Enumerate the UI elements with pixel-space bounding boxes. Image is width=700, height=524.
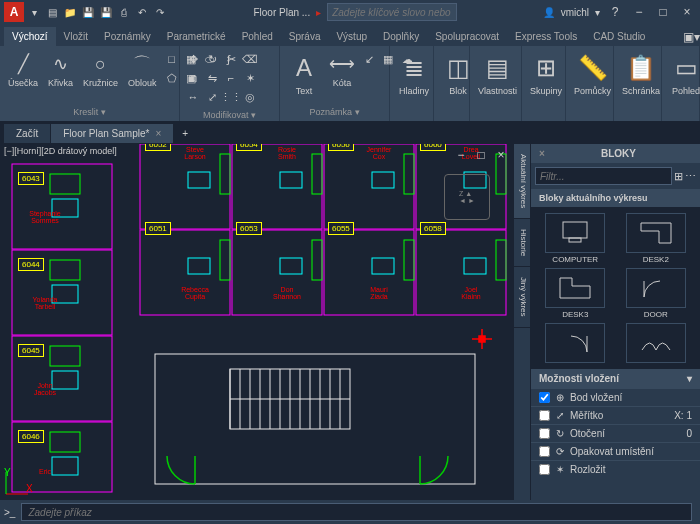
qat-undo-icon[interactable]: ↶ bbox=[134, 4, 150, 20]
viewcube[interactable]: Z ▲◄ ► bbox=[444, 174, 490, 220]
tool-usecka[interactable]: ╱Úsečka bbox=[4, 50, 42, 90]
app-logo[interactable]: A bbox=[4, 2, 24, 22]
opt-bod-vlozeni[interactable]: ⊕Bod vložení bbox=[531, 388, 700, 406]
opt-opakovat[interactable]: ⟳Opakovat umístění bbox=[531, 442, 700, 460]
copy-icon[interactable]: ⧉ bbox=[184, 69, 202, 87]
minimize-button[interactable]: − bbox=[630, 3, 648, 21]
ribbon-tab-express[interactable]: Express Tools bbox=[507, 27, 585, 46]
user-dropdown-icon[interactable]: ▾ bbox=[595, 7, 600, 18]
tool-label: Text bbox=[296, 86, 313, 96]
qat-menu-icon[interactable]: ▾ bbox=[26, 4, 42, 20]
block-item-desk2[interactable]: DESK2 bbox=[618, 213, 695, 264]
blocks-options-header[interactable]: Možnosti vložení ▾ bbox=[531, 369, 700, 388]
file-tab-floorplan[interactable]: Floor Plan Sample*× bbox=[51, 124, 174, 143]
qat-redo-icon[interactable]: ↷ bbox=[152, 4, 168, 20]
ribbon-tab-spolupracovat[interactable]: Spolupracovat bbox=[427, 27, 507, 46]
erase-icon[interactable]: ⌫ bbox=[241, 50, 259, 68]
move-icon[interactable]: ✥ bbox=[184, 50, 202, 68]
explode-icon[interactable]: ✶ bbox=[241, 69, 259, 87]
opt-checkbox[interactable] bbox=[539, 446, 550, 457]
qat-new-icon[interactable]: ▤ bbox=[44, 4, 60, 20]
modify-tools: ✥ ↻ ✂ ⌫ ⧉ ⇋ ⌐ ✶ ↔ ⤢ ⋮⋮ ◎ bbox=[184, 50, 259, 106]
ucs-icon[interactable]: XY bbox=[2, 468, 32, 498]
opt-checkbox[interactable] bbox=[539, 464, 550, 475]
qat-save-icon[interactable]: 💾 bbox=[80, 4, 96, 20]
tool-label: Kóta bbox=[333, 78, 352, 88]
tool-pohled[interactable]: ▭Pohled bbox=[666, 50, 700, 98]
help-icon[interactable]: ? bbox=[606, 3, 624, 21]
vtab-history[interactable]: Historie bbox=[514, 219, 530, 267]
fillet-icon[interactable]: ⌐ bbox=[222, 69, 240, 87]
panel-title-modifikovat[interactable]: Modifikovat ▾ bbox=[182, 108, 277, 122]
ribbon-tab-vystup[interactable]: Výstup bbox=[328, 27, 375, 46]
svg-rect-14 bbox=[50, 346, 80, 366]
panel-title-poznamka[interactable]: Poznámka ▾ bbox=[282, 105, 387, 119]
close-icon[interactable]: × bbox=[155, 128, 161, 139]
block-item-6[interactable] bbox=[618, 323, 695, 363]
person-name: MauriZiada bbox=[354, 286, 404, 300]
viewport-close-icon[interactable]: × bbox=[492, 146, 510, 164]
tool-kota[interactable]: ⟷Kóta bbox=[326, 50, 358, 90]
scale-icon[interactable]: ⤢ bbox=[203, 88, 221, 106]
mirror-icon[interactable]: ⇋ bbox=[203, 69, 221, 87]
opt-meritko[interactable]: ⤢MěřítkoX: 1 bbox=[531, 406, 700, 424]
offset-icon[interactable]: ◎ bbox=[241, 88, 259, 106]
tool-hladiny[interactable]: ≣Hladiny bbox=[394, 50, 434, 98]
viewport-max-icon[interactable]: □ bbox=[472, 146, 490, 164]
qat-print-icon[interactable]: ⎙ bbox=[116, 4, 132, 20]
block-item-desk3[interactable]: DESK3 bbox=[537, 268, 614, 319]
opt-otoceni[interactable]: ↻Otočení0 bbox=[531, 424, 700, 442]
file-tab-start[interactable]: Začít bbox=[4, 124, 51, 143]
ribbon-tab-parametricke[interactable]: Parametrické bbox=[159, 27, 234, 46]
ribbon-tab-pohled[interactable]: Pohled bbox=[234, 27, 281, 46]
qat-saveas-icon[interactable]: 💾 bbox=[98, 4, 114, 20]
blocks-filter-input[interactable] bbox=[535, 167, 672, 185]
file-tab-new[interactable]: + bbox=[174, 124, 197, 143]
array-icon[interactable]: ⋮⋮ bbox=[222, 88, 240, 106]
ribbon-tab-doplnky[interactable]: Doplňky bbox=[375, 27, 427, 46]
tool-text[interactable]: AText bbox=[284, 50, 324, 98]
rect-icon[interactable]: □ bbox=[163, 50, 181, 68]
tool-skupiny[interactable]: ⊞Skupiny bbox=[526, 50, 566, 98]
vtab-current[interactable]: Aktuální výkres bbox=[514, 144, 530, 219]
ribbon-tab-sprava[interactable]: Správa bbox=[281, 27, 329, 46]
blocks-view-icon[interactable]: ⊞ bbox=[674, 167, 683, 185]
tool-kruznice[interactable]: ○Kružnice bbox=[79, 50, 122, 90]
maximize-button[interactable]: □ bbox=[654, 3, 672, 21]
polygon-icon[interactable]: ⬠ bbox=[163, 69, 181, 87]
panel-title-kreslit[interactable]: Kreslit ▾ bbox=[2, 105, 177, 119]
opt-checkbox[interactable] bbox=[539, 410, 550, 421]
trim-icon[interactable]: ✂ bbox=[222, 50, 240, 68]
opt-rozlozit[interactable]: ✶Rozložit bbox=[531, 460, 700, 478]
blocks-menu-icon[interactable]: ⋯ bbox=[685, 167, 696, 185]
vtab-other[interactable]: Jiný výkres bbox=[514, 267, 530, 328]
stretch-icon[interactable]: ↔ bbox=[184, 88, 202, 106]
ribbon-tab-poznamky[interactable]: Poznámky bbox=[96, 27, 159, 46]
tool-vlastnosti[interactable]: ▤Vlastnosti bbox=[474, 50, 521, 98]
ribbon-tab-vychozi[interactable]: Výchozí bbox=[4, 27, 56, 46]
tool-krivka[interactable]: ∿Křivka bbox=[44, 50, 77, 90]
room-tag: 6055 bbox=[328, 222, 354, 235]
search-input[interactable] bbox=[327, 3, 457, 21]
close-button[interactable]: × bbox=[678, 3, 696, 21]
ribbon-tab-vlozit[interactable]: Vložit bbox=[56, 27, 96, 46]
opt-checkbox[interactable] bbox=[539, 428, 550, 439]
block-item-computer[interactable]: COMPUTER bbox=[537, 213, 614, 264]
drawing-area[interactable]: [−][Horní][2D drátový model] bbox=[0, 144, 514, 500]
svg-rect-17 bbox=[312, 154, 322, 194]
tool-oblouk[interactable]: ⌒Oblouk bbox=[124, 50, 161, 90]
qat-open-icon[interactable]: 📁 bbox=[62, 4, 78, 20]
ribbon-tab-cadstudio[interactable]: CAD Studio bbox=[585, 27, 653, 46]
user-name[interactable]: vmichl bbox=[561, 7, 589, 18]
block-item-5[interactable] bbox=[537, 323, 614, 363]
signin-icon[interactable]: 👤 bbox=[543, 7, 555, 18]
tool-schranka[interactable]: 📋Schránka bbox=[618, 50, 664, 98]
block-item-door[interactable]: DOOR bbox=[618, 268, 695, 319]
command-input[interactable] bbox=[21, 503, 692, 521]
opt-checkbox[interactable] bbox=[539, 392, 550, 403]
rotate-icon[interactable]: ↻ bbox=[203, 50, 221, 68]
ribbon-options-icon[interactable]: ▣▾ bbox=[682, 28, 700, 46]
viewport-min-icon[interactable]: − bbox=[452, 146, 470, 164]
leader-icon[interactable]: ↙ bbox=[360, 50, 378, 68]
tool-pomucky[interactable]: 📏Pomůcky bbox=[570, 50, 615, 98]
